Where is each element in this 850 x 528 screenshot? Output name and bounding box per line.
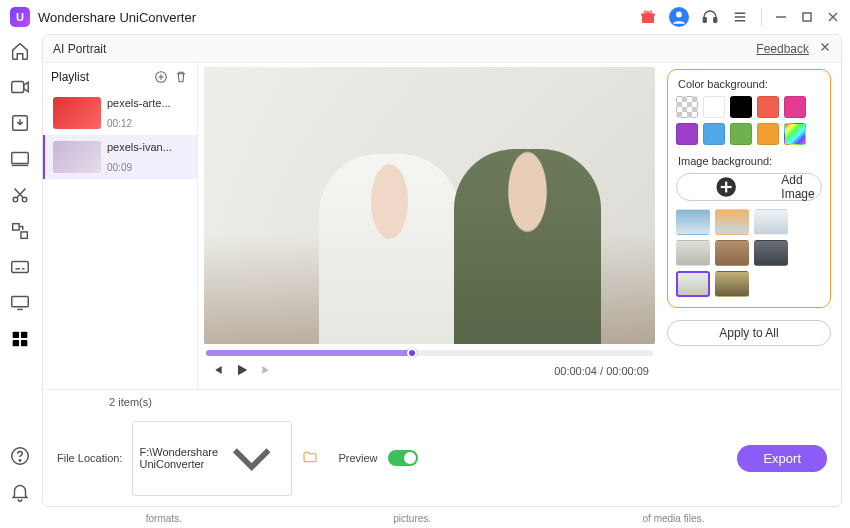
- swatch-coral[interactable]: [757, 96, 779, 118]
- headset-icon[interactable]: [701, 8, 719, 26]
- playlist-item-duration: 00:12: [107, 118, 171, 129]
- sidebar: [0, 34, 40, 513]
- playlist-item[interactable]: pexels-arte... 00:12: [43, 91, 197, 135]
- sidebar-cut-icon[interactable]: [9, 184, 31, 206]
- sidebar-bell-icon[interactable]: [9, 481, 31, 503]
- svg-rect-26: [13, 340, 19, 346]
- divider: [761, 8, 762, 26]
- app-logo: U: [10, 7, 30, 27]
- svg-point-2: [676, 12, 682, 18]
- item-count: 2 item(s): [53, 396, 208, 408]
- hamburger-menu-icon[interactable]: [731, 8, 749, 26]
- user-icon[interactable]: [669, 7, 689, 27]
- color-swatches: [676, 96, 822, 145]
- svg-rect-37: [721, 186, 732, 188]
- playlist-item[interactable]: pexels-ivan... 00:09: [43, 135, 197, 179]
- image-bg-label: Image background:: [678, 155, 822, 167]
- sidebar-help-icon[interactable]: [9, 445, 31, 467]
- options-panel: Color background:: [661, 63, 841, 389]
- play-button[interactable]: [234, 362, 250, 381]
- swatch-purple[interactable]: [676, 123, 698, 145]
- preview-toggle-label: Preview: [338, 452, 377, 464]
- titlebar: U Wondershare UniConverter: [0, 0, 850, 34]
- panel-header: AI Portrait Feedback: [43, 35, 841, 63]
- svg-point-17: [22, 197, 27, 202]
- video-preview[interactable]: [204, 67, 655, 344]
- sidebar-download-icon[interactable]: [9, 112, 31, 134]
- swatch-transparent[interactable]: [676, 96, 698, 118]
- playlist-thumb: [53, 141, 101, 173]
- svg-rect-3: [703, 18, 706, 23]
- svg-rect-19: [21, 232, 27, 238]
- close-button[interactable]: [826, 10, 840, 24]
- svg-rect-9: [803, 13, 811, 21]
- seek-thumb[interactable]: [407, 348, 417, 358]
- sidebar-screen-icon[interactable]: [9, 148, 31, 170]
- sidebar-apps-icon[interactable]: [9, 328, 31, 350]
- swatch-green[interactable]: [730, 123, 752, 145]
- playlist-item-name: pexels-arte...: [107, 97, 171, 109]
- panel-close-icon[interactable]: [819, 41, 831, 56]
- bg-thumb[interactable]: [715, 240, 749, 266]
- playlist-item-duration: 00:09: [107, 162, 172, 173]
- playlist-add-icon[interactable]: [153, 69, 169, 85]
- apply-all-button[interactable]: Apply to All: [667, 320, 831, 346]
- bg-thumb[interactable]: [754, 240, 788, 266]
- playlist-item-name: pexels-ivan...: [107, 141, 172, 153]
- next-button[interactable]: [260, 363, 274, 380]
- footer-top: 2 item(s): [43, 389, 841, 415]
- svg-rect-14: [12, 153, 29, 164]
- sidebar-screen2-icon[interactable]: [9, 292, 31, 314]
- sidebar-merge-icon[interactable]: [9, 220, 31, 242]
- feedback-link[interactable]: Feedback: [756, 42, 809, 56]
- sidebar-home-icon[interactable]: [9, 40, 31, 62]
- playlist-items: pexels-arte... 00:12 pexels-ivan... 00:0…: [43, 91, 197, 389]
- background-truncated-text: formats. pictures. of media files.: [0, 513, 850, 528]
- file-location-path: F:\Wondershare UniConverter: [139, 446, 218, 470]
- bg-thumb[interactable]: [715, 271, 749, 297]
- bg-thumb-selected[interactable]: [676, 271, 710, 297]
- image-thumb-grid: [676, 209, 822, 297]
- panel-title: AI Portrait: [53, 42, 106, 56]
- swatch-sky[interactable]: [703, 123, 725, 145]
- file-location-dropdown[interactable]: F:\Wondershare UniConverter: [132, 421, 292, 496]
- playlist-title: Playlist: [51, 70, 149, 84]
- bg-thumb[interactable]: [676, 240, 710, 266]
- svg-rect-12: [12, 82, 24, 93]
- main-panel: AI Portrait Feedback Playlist: [42, 34, 842, 507]
- seek-bar[interactable]: [206, 350, 653, 356]
- playlist-panel: Playlist pexels-arte... 00:12: [43, 63, 198, 389]
- add-image-label: Add Image: [781, 173, 821, 201]
- export-button[interactable]: Export: [737, 445, 827, 472]
- sidebar-subtitle-icon[interactable]: [9, 256, 31, 278]
- swatch-magenta[interactable]: [784, 96, 806, 118]
- playlist-delete-icon[interactable]: [173, 69, 189, 85]
- file-location-label: File Location:: [57, 452, 122, 464]
- swatch-black[interactable]: [730, 96, 752, 118]
- bg-thumb[interactable]: [676, 209, 710, 235]
- swatch-white[interactable]: [703, 96, 725, 118]
- sidebar-video-icon[interactable]: [9, 76, 31, 98]
- player-controls: 00:00:04 / 00:00:09: [204, 358, 655, 389]
- open-folder-icon[interactable]: [302, 449, 318, 468]
- svg-point-16: [13, 197, 18, 202]
- svg-rect-18: [13, 224, 19, 230]
- add-image-button[interactable]: Add Image: [676, 173, 822, 201]
- preview-toggle[interactable]: [388, 450, 418, 466]
- prev-button[interactable]: [210, 363, 224, 380]
- gift-icon[interactable]: [639, 8, 657, 26]
- swatch-orange[interactable]: [757, 123, 779, 145]
- bg-thumb[interactable]: [754, 209, 788, 235]
- options-box: Color background:: [667, 69, 831, 308]
- maximize-button[interactable]: [800, 10, 814, 24]
- app-title: Wondershare UniConverter: [38, 10, 196, 25]
- preview-column: 00:00:04 / 00:00:09: [198, 63, 661, 389]
- svg-rect-27: [21, 340, 27, 346]
- svg-rect-25: [21, 332, 27, 338]
- svg-rect-4: [714, 18, 717, 23]
- svg-rect-23: [12, 297, 29, 307]
- svg-rect-20: [12, 262, 29, 273]
- minimize-button[interactable]: [774, 10, 788, 24]
- bg-thumb[interactable]: [715, 209, 749, 235]
- swatch-rainbow[interactable]: [784, 123, 806, 145]
